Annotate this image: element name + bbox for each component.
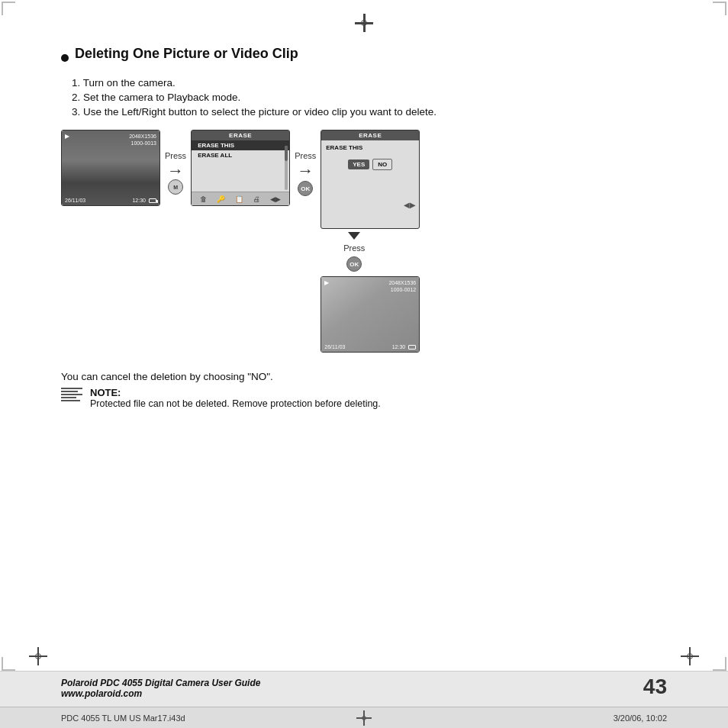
corner-decoration-br: [713, 657, 726, 671]
note-section: You can cancel the deletion by choosing …: [61, 371, 667, 409]
footer-left: Polaroid PDC 4055 Digital Camera User Gu…: [61, 678, 643, 699]
screen-info-2: 2048X1536 1000-0012: [388, 279, 416, 293]
arrow-1: →: [167, 163, 184, 179]
arrow-down: [348, 232, 360, 240]
btn-ok-2: OK: [346, 256, 362, 272]
camera-screen-1: ▶ 2048X1536 1000-0013 26/11/03 12:30: [61, 130, 160, 206]
battery-icon-2: [408, 345, 416, 350]
diagram: ▶ 2048X1536 1000-0013 26/11/03 12:30 Pre…: [61, 130, 667, 353]
btn-ok-1: OK: [298, 181, 313, 196]
confirm-screen: ERASE ERASE THIS YES NO ◀▶: [321, 130, 420, 229]
step-2: Set the camera to Playback mode.: [69, 92, 667, 103]
icon-copy: 📋: [235, 195, 243, 203]
step-1: Turn on the camera.: [69, 77, 667, 89]
menu-screen-col: ERASE ERASE THIS ERASE ALL 🗑 🔑 📋 🖨 ◀▶: [191, 130, 290, 206]
arrow-2: →: [297, 163, 314, 179]
btn-m: M: [168, 179, 183, 195]
screen1-col: ▶ 2048X1536 1000-0013 26/11/03 12:30: [61, 130, 160, 206]
crosshair-bl: [29, 647, 47, 665]
note-icon: [61, 388, 82, 403]
press-ok2-block: Press OK: [343, 230, 365, 272]
bullet-icon: [61, 54, 69, 62]
menu-bottom-bar: 🗑 🔑 📋 🖨 ◀▶: [192, 192, 289, 205]
note-label: NOTE:: [90, 387, 121, 398]
note-box: NOTE: Protected file can not be deleted.…: [61, 387, 667, 409]
cancel-note: You can cancel the deletion by choosing …: [61, 371, 667, 382]
footer-page-number: 43: [643, 675, 667, 699]
screen-info-1: 2048X1536 1000-0013: [129, 133, 156, 147]
screen-date-1: 26/11/03: [65, 198, 85, 203]
confirm-buttons: YES NO: [321, 155, 419, 174]
step-3: Use the Left/Right button to select the …: [69, 106, 667, 118]
corner-decoration-tr: [713, 2, 726, 15]
corner-decoration-bl: [2, 657, 15, 671]
confirm-title: ERASE: [321, 130, 419, 140]
bottom-crosshair: [356, 710, 372, 726]
play-icon: ▶: [65, 133, 69, 140]
yes-btn[interactable]: YES: [348, 159, 369, 169]
icon-print: 🖨: [253, 195, 260, 203]
confirm-label: ERASE THIS: [321, 140, 419, 155]
press-label-2: Press: [295, 151, 316, 160]
icon-trash: 🗑: [200, 195, 207, 203]
result-screen: ▶ 2048X1536 1000-0012 26/11/03 12:30: [321, 276, 420, 353]
press-label-3: Press: [343, 243, 365, 253]
bottom-bar-left: PDC 4055 TL UM US Mar17.i43d: [61, 714, 614, 723]
bottom-bar: PDC 4055 TL UM US Mar17.i43d 3/20/06, 10…: [0, 707, 728, 728]
section-title: Deleting One Picture or Video Clip: [75, 46, 298, 62]
footer-url: www.polaroid.com: [61, 688, 643, 699]
screen-time-2: 12:30: [392, 344, 406, 350]
press-ok1-col: Press → OK: [295, 130, 316, 196]
crosshair-br: [681, 647, 699, 665]
menu-screen: ERASE ERASE THIS ERASE ALL 🗑 🔑 📋 🖨 ◀▶: [191, 130, 290, 206]
corner-decoration-tl: [2, 2, 15, 15]
crosshair-top: [355, 14, 373, 32]
right-col: ERASE ERASE THIS YES NO ◀▶ Press OK ▶: [321, 130, 420, 353]
note-body: Protected file can not be deleted. Remov…: [90, 398, 381, 409]
main-content: Deleting One Picture or Video Clip Turn …: [61, 46, 667, 409]
screen-time-1: 12:30: [132, 198, 146, 203]
footer-title: Polaroid PDC 4055 Digital Camera User Gu…: [61, 678, 643, 688]
menu-title: ERASE: [192, 130, 289, 140]
screen-date-2: 26/11/03: [324, 344, 345, 350]
scroll-thumb: [285, 146, 288, 161]
icon-arrow: ◀▶: [270, 195, 281, 203]
play-icon-2: ▶: [324, 279, 329, 286]
note-text-block: NOTE: Protected file can not be deleted.…: [90, 387, 381, 409]
press-m-col: Press → M: [165, 130, 186, 195]
menu-item-erase-this: ERASE THIS: [192, 140, 289, 150]
battery-icon-1: [149, 198, 156, 203]
no-btn[interactable]: NO: [372, 159, 392, 170]
scroll-bar: [285, 146, 288, 190]
icon-lock: 🔑: [217, 195, 225, 203]
bottom-bar-right: 3/20/06, 10:02: [614, 714, 667, 723]
press-label-1: Press: [165, 151, 186, 160]
confirm-arrow-right: ◀▶: [404, 201, 416, 209]
menu-item-erase-all: ERASE ALL: [192, 150, 289, 160]
steps-list: Turn on the camera. Set the camera to Pl…: [69, 77, 667, 118]
section-header: Deleting One Picture or Video Clip: [61, 46, 667, 69]
